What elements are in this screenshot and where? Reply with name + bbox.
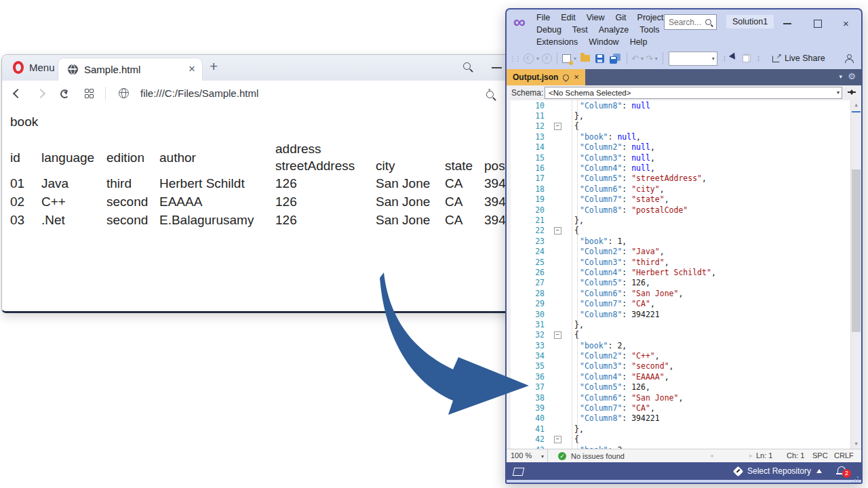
code-line[interactable]: 26"Column4": "Herbert Schildt", bbox=[511, 267, 861, 277]
browser-active-tab[interactable]: Sample.html × bbox=[58, 58, 203, 81]
fold-collapse-icon[interactable]: − bbox=[554, 436, 561, 443]
vs-search-box[interactable] bbox=[664, 14, 717, 30]
maximize-button[interactable] bbox=[813, 19, 822, 28]
chevron-down-icon[interactable]: ▾ bbox=[839, 73, 842, 80]
code-line[interactable]: 23"book": 1, bbox=[511, 236, 861, 246]
save-all-button[interactable] bbox=[610, 54, 620, 64]
find-zoom-icon[interactable]: + bbox=[486, 89, 494, 101]
code-line[interactable]: 32−{ bbox=[511, 330, 861, 340]
back-icon[interactable] bbox=[13, 89, 22, 98]
code-line[interactable]: 25"Column3": "third", bbox=[511, 257, 861, 267]
menu-item[interactable]: Analyze bbox=[599, 25, 629, 35]
code-line[interactable]: 41}, bbox=[511, 424, 861, 434]
code-line[interactable]: 31}, bbox=[511, 319, 861, 329]
select-repository-button[interactable]: Select Repository bbox=[734, 462, 822, 480]
menu-item[interactable]: Project bbox=[637, 13, 664, 22]
background-tasks-icon[interactable] bbox=[513, 468, 525, 476]
menu-item[interactable]: Tools bbox=[639, 25, 659, 35]
solution-name[interactable]: Solution1 bbox=[726, 15, 774, 28]
code-line[interactable]: 19"Column7": "state", bbox=[511, 195, 861, 205]
speed-dial-icon[interactable] bbox=[85, 89, 93, 98]
pointer-mode-icon[interactable] bbox=[729, 52, 740, 64]
chevron-down-icon[interactable]: ▾ bbox=[574, 56, 576, 62]
minimize-button[interactable] bbox=[783, 19, 792, 28]
code-line[interactable]: 17"Column5": "streetAddress", bbox=[511, 174, 861, 184]
live-share-button[interactable]: Live Share bbox=[785, 54, 825, 63]
toolbar-grip[interactable]: ⋮⋮ bbox=[509, 55, 520, 62]
toolbar-overflow-button[interactable]: ⋮ bbox=[722, 55, 727, 62]
navigate-forward-button[interactable] bbox=[542, 54, 552, 64]
reload-icon[interactable] bbox=[60, 89, 69, 98]
menu-item[interactable]: Extensions bbox=[536, 37, 578, 47]
chevron-down-icon[interactable]: ▾ bbox=[655, 56, 658, 62]
menu-item[interactable]: Edit bbox=[561, 13, 576, 22]
code-line[interactable]: 10"Column8": null bbox=[511, 100, 861, 110]
browser-minimize-button[interactable] bbox=[492, 67, 502, 68]
code-line[interactable]: 24"Column2": "Java", bbox=[511, 246, 861, 256]
line-ending-indicator[interactable]: CRLF bbox=[834, 451, 854, 460]
fold-collapse-icon[interactable]: − bbox=[554, 331, 561, 339]
code-line[interactable]: 30"Column8": 394221 bbox=[511, 309, 861, 319]
tab-close-icon[interactable]: × bbox=[189, 62, 195, 76]
schema-dropdown[interactable]: <No Schema Selected> ▾ bbox=[545, 87, 842, 99]
vs-search-input[interactable] bbox=[667, 17, 705, 28]
code-line[interactable]: 40"Column8": 394221 bbox=[511, 413, 861, 424]
open-file-button[interactable] bbox=[580, 55, 590, 62]
code-line[interactable]: 12−{ bbox=[511, 121, 861, 131]
feedback-icon[interactable] bbox=[844, 54, 854, 63]
spaces-indicator[interactable]: SPC bbox=[812, 451, 828, 460]
code-line[interactable]: 18"Column6": "city", bbox=[511, 184, 861, 194]
resize-grip[interactable] bbox=[857, 476, 859, 478]
copy-button[interactable] bbox=[743, 54, 751, 62]
json-code-editor[interactable]: 10"Column8": null11},12−{13"book": null,… bbox=[507, 100, 861, 449]
browser-menu-button[interactable]: Menu bbox=[29, 62, 55, 73]
code-line[interactable]: 29"Column7": "CA", bbox=[511, 298, 861, 308]
toolbar-overflow-button[interactable]: ⋮ bbox=[755, 55, 761, 62]
menu-item[interactable]: Window bbox=[589, 37, 618, 47]
code-line[interactable]: 39"Column7": "CA", bbox=[511, 403, 861, 413]
navigate-back-button[interactable] bbox=[524, 54, 534, 64]
code-line[interactable]: 27"Column5": 126, bbox=[511, 278, 861, 288]
code-line[interactable]: 22−{ bbox=[511, 226, 861, 236]
vertical-scrollbar[interactable]: ▲ ▼ bbox=[850, 100, 861, 449]
document-health-indicator[interactable]: ✓ No issues found bbox=[558, 449, 625, 463]
redo-button[interactable]: ↷ bbox=[646, 54, 653, 64]
editor-zoom-dropdown[interactable]: 100 % ▾ bbox=[507, 449, 548, 463]
breakpoint-margin[interactable] bbox=[507, 100, 511, 449]
code-line[interactable]: 33"book": 2, bbox=[511, 340, 861, 350]
opera-logo-icon[interactable] bbox=[13, 61, 24, 74]
menu-item[interactable]: Debug bbox=[536, 25, 561, 35]
chevron-down-icon[interactable]: ▾ bbox=[641, 56, 644, 62]
code-line[interactable]: 28"Column6": "San Jone", bbox=[511, 288, 861, 298]
code-line[interactable]: 38"Column6": "San Jone", bbox=[511, 392, 861, 403]
split-window-icon[interactable] bbox=[848, 87, 856, 97]
hscroll-right-icon[interactable]: ▸ bbox=[749, 452, 753, 459]
document-tab-outputjson[interactable]: Output.json × bbox=[507, 69, 585, 85]
chevron-down-icon[interactable]: ▾ bbox=[536, 56, 539, 62]
new-project-button[interactable] bbox=[562, 54, 571, 63]
tab-close-icon[interactable]: × bbox=[574, 74, 579, 81]
undo-button[interactable]: ↶ bbox=[631, 54, 639, 64]
menu-item[interactable]: Test bbox=[572, 25, 588, 35]
gear-icon[interactable]: ⚙ bbox=[848, 71, 856, 81]
fold-collapse-icon[interactable]: − bbox=[554, 227, 561, 235]
search-icon[interactable] bbox=[463, 62, 471, 70]
code-line[interactable]: 42−{ bbox=[511, 434, 861, 445]
code-line[interactable]: 20"Column8": "postalCode" bbox=[511, 205, 861, 215]
scroll-down-icon[interactable]: ▼ bbox=[851, 439, 861, 449]
code-line[interactable]: 36"Column4": "EAAAA", bbox=[511, 371, 861, 382]
scrollbar-thumb[interactable] bbox=[852, 169, 861, 332]
fold-collapse-icon[interactable]: − bbox=[554, 123, 561, 130]
code-line[interactable]: 14"Column2": null, bbox=[511, 142, 861, 152]
new-tab-button[interactable]: + bbox=[210, 58, 218, 75]
code-line[interactable]: 16"Column4": null, bbox=[511, 163, 861, 173]
hscroll-left-icon[interactable]: ◂ bbox=[710, 452, 713, 459]
url-text[interactable]: file:///C:/Files/Sample.html bbox=[140, 87, 258, 99]
code-line[interactable]: 34"Column2": "C++", bbox=[511, 350, 861, 361]
toolbar-combobox[interactable]: ▾ bbox=[669, 52, 717, 66]
menu-item[interactable]: File bbox=[536, 13, 550, 22]
menu-item[interactable]: View bbox=[587, 13, 605, 22]
close-button[interactable]: × bbox=[843, 19, 852, 28]
scroll-up-icon[interactable]: ▲ bbox=[851, 100, 861, 110]
code-line[interactable]: 11}, bbox=[511, 110, 861, 121]
